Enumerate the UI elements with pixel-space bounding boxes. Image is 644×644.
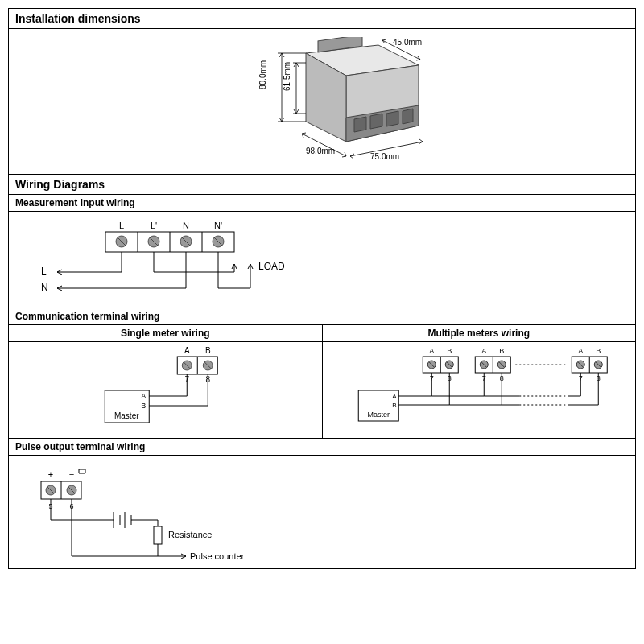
svg-text:A: A [578,347,583,355]
comm-subheader: Communication terminal wiring [9,308,635,325]
svg-text:+: + [48,469,53,479]
term-N: N [183,221,189,230]
pulse-counter-label: Pulse counter [190,551,245,561]
dim-width: 75.0mm [370,152,399,161]
input-L: L [41,266,47,277]
load-label: LOAD [258,261,285,272]
comm-row: Single meter wiring A B 7 8 Master [9,325,635,439]
svg-text:B: B [205,346,211,355]
measurement-subheader: Measurement input wiring [9,195,635,212]
multiple-meters-title: Multiple meters wiring [323,325,636,342]
svg-text:−: − [69,469,74,479]
multiple-meters-cell: Multiple meters wiring [323,325,636,438]
spec-sheet: Installation dimensions [8,8,636,569]
input-N: N [41,282,48,293]
svg-text:A: A [184,346,190,355]
svg-text:A: A [141,392,146,400]
svg-text:B: B [141,402,146,410]
svg-text:B: B [392,402,396,409]
dim-depth: 98.0mm [306,147,335,155]
measurement-diagram: L L' N N' [9,212,635,308]
svg-rect-97 [154,526,162,544]
pulse-subheader: Pulse output terminal wiring [9,439,635,456]
svg-text:B: B [499,347,504,355]
wiring-header: Wiring Diagrams [9,174,635,195]
svg-text:A: A [429,347,434,355]
term-Lp: L' [151,221,157,230]
dim-h-outer: 80.0mm [258,60,267,89]
dim-h-inner: 61.5mm [283,62,291,91]
single-meter-title: Single meter wiring [9,325,322,342]
resistance-label: Resistance [168,530,212,539]
pulse-diagram: + − 5 6 [9,456,635,568]
dim-top: 45.0mm [393,38,422,47]
term-Np: N' [214,221,222,230]
svg-text:A: A [392,393,397,400]
svg-text:A: A [481,347,486,355]
install-dims-diagram: 45.0mm 80.0mm 61.5mm 98.0mm 75.0mm [9,29,635,174]
svg-text:B: B [447,347,452,355]
install-dims-header: Installation dimensions [9,9,635,29]
term-L: L [119,221,124,230]
svg-text:Master: Master [367,411,390,419]
svg-text:B: B [596,347,601,355]
svg-text:Master: Master [114,411,139,420]
single-meter-cell: Single meter wiring A B 7 8 Master [9,325,323,438]
